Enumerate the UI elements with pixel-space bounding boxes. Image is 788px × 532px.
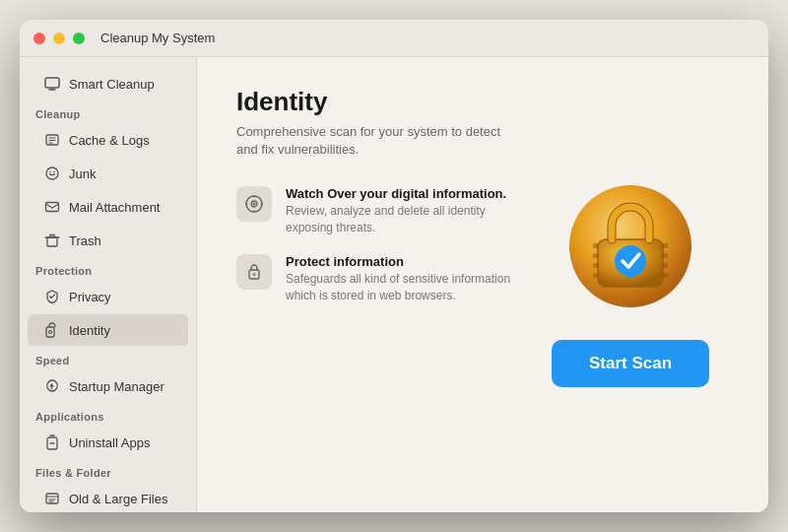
right-panel: Start Scan <box>532 87 729 483</box>
feature-protect-desc: Safeguards all kind of sensitive informa… <box>286 271 512 304</box>
sidebar-item-old-large-files[interactable]: Old & Large Files <box>28 483 188 512</box>
maximize-button[interactable] <box>73 33 85 44</box>
svg-rect-36 <box>662 253 668 258</box>
sidebar-item-label: Privacy <box>69 290 111 304</box>
startup-icon <box>43 377 61 395</box>
features-list: Watch Over your digital information. Rev… <box>236 186 512 303</box>
svg-rect-35 <box>662 243 668 248</box>
page-subtitle: Comprehensive scan for your system to de… <box>236 123 512 159</box>
sidebar-item-label: Uninstall Apps <box>69 435 150 450</box>
mail-icon <box>43 198 61 216</box>
feature-watch-text: Watch Over your digital information. Rev… <box>286 186 512 236</box>
cache-icon <box>43 131 61 149</box>
watch-icon-wrap <box>236 186 272 222</box>
page-title: Identity <box>236 87 512 117</box>
svg-point-7 <box>46 167 58 179</box>
svg-rect-10 <box>46 203 59 212</box>
uninstall-icon <box>43 433 61 451</box>
identity-icon <box>43 321 61 339</box>
titlebar: Cleanup My System <box>20 20 768 57</box>
sidebar-item-label: Junk <box>69 166 96 181</box>
main-layout: Smart Cleanup Cleanup Cache & Logs <box>20 57 768 512</box>
trash-icon <box>43 232 61 249</box>
sidebar-item-cache-logs[interactable]: Cache & Logs <box>28 124 188 156</box>
svg-point-25 <box>253 203 256 206</box>
svg-point-17 <box>49 331 52 334</box>
svg-rect-16 <box>46 327 54 337</box>
sidebar-item-label: Cache & Logs <box>69 133 150 148</box>
junk-icon <box>43 165 61 182</box>
sidebar-item-label: Identity <box>69 323 110 338</box>
section-cleanup-label: Cleanup <box>20 100 196 123</box>
sidebar-item-smart-cleanup[interactable]: Smart Cleanup <box>28 68 188 100</box>
files-icon <box>43 490 61 507</box>
svg-rect-31 <box>593 243 599 248</box>
sidebar-item-uninstall-apps[interactable]: Uninstall Apps <box>28 427 188 458</box>
feature-protect-heading: Protect information <box>286 254 512 269</box>
watch-icon <box>243 193 265 215</box>
svg-rect-33 <box>593 263 599 268</box>
svg-point-8 <box>49 171 51 173</box>
protect-icon-wrap <box>236 254 272 290</box>
section-applications-label: Applications <box>20 403 196 426</box>
svg-rect-32 <box>593 253 599 258</box>
section-speed-label: Speed <box>20 347 196 369</box>
feature-protect-item: Protect information Safeguards all kind … <box>236 254 512 304</box>
sidebar-item-privacy[interactable]: Privacy <box>28 281 188 312</box>
lock-icon-container <box>566 182 694 310</box>
sidebar: Smart Cleanup Cleanup Cache & Logs <box>20 57 197 512</box>
sidebar-item-junk[interactable]: Junk <box>28 158 188 189</box>
section-files-label: Files & Folder <box>20 459 196 482</box>
svg-rect-37 <box>662 263 668 268</box>
window-title: Cleanup My System <box>100 31 215 45</box>
sidebar-item-trash[interactable]: Trash <box>28 225 188 256</box>
protect-icon <box>243 261 265 283</box>
sidebar-item-label: Old & Large Files <box>69 492 167 506</box>
sidebar-item-label: Smart Cleanup <box>69 77 155 92</box>
sidebar-item-label: Trash <box>69 233 101 248</box>
start-scan-button[interactable]: Start Scan <box>552 340 709 387</box>
feature-watch-item: Watch Over your digital information. Rev… <box>236 186 512 236</box>
sidebar-item-label: Startup Manager <box>69 379 164 394</box>
svg-point-9 <box>53 171 55 173</box>
svg-rect-38 <box>662 273 668 278</box>
svg-point-27 <box>253 273 256 276</box>
feature-watch-heading: Watch Over your digital information. <box>286 186 512 201</box>
content-area: Identity Comprehensive scan for your sys… <box>197 57 768 512</box>
feature-watch-desc: Review, analyze and delete all identity … <box>286 203 512 236</box>
shield-icon <box>43 288 61 305</box>
app-window: Cleanup My System Smart Cleanup Cleanup <box>20 20 768 512</box>
svg-rect-0 <box>45 78 59 88</box>
monitor-icon <box>43 75 61 93</box>
section-protection-label: Protection <box>20 257 196 280</box>
svg-point-30 <box>615 245 646 277</box>
minimize-button[interactable] <box>53 33 65 44</box>
sidebar-item-label: Mail Attachment <box>69 200 161 215</box>
feature-protect-text: Protect information Safeguards all kind … <box>286 254 512 304</box>
sidebar-item-startup-manager[interactable]: Startup Manager <box>28 370 188 402</box>
sidebar-item-identity[interactable]: Identity <box>28 314 188 346</box>
sidebar-item-mail-attachment[interactable]: Mail Attachment <box>28 191 188 223</box>
svg-rect-11 <box>47 237 57 246</box>
lock-icon <box>566 182 694 310</box>
content-left: Identity Comprehensive scan for your sys… <box>236 87 512 483</box>
svg-rect-34 <box>593 273 599 278</box>
close-button[interactable] <box>33 33 45 44</box>
